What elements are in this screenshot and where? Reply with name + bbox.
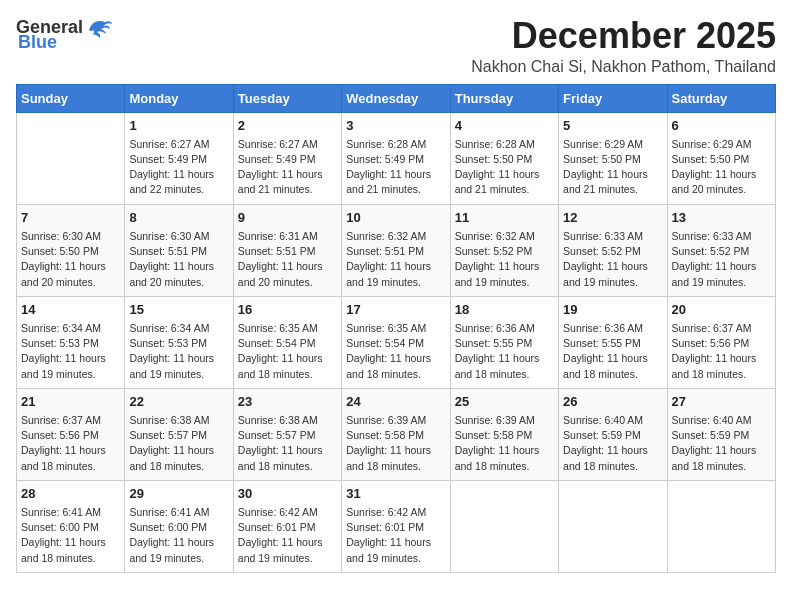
day-number: 20 bbox=[672, 301, 771, 319]
day-number: 21 bbox=[21, 393, 120, 411]
day-info: Sunrise: 6:40 AM Sunset: 5:59 PM Dayligh… bbox=[563, 413, 662, 474]
day-info: Sunrise: 6:30 AM Sunset: 5:51 PM Dayligh… bbox=[129, 229, 228, 290]
calendar-day-cell: 24Sunrise: 6:39 AM Sunset: 5:58 PM Dayli… bbox=[342, 388, 450, 480]
day-info: Sunrise: 6:28 AM Sunset: 5:50 PM Dayligh… bbox=[455, 137, 554, 198]
calendar-week-row: 28Sunrise: 6:41 AM Sunset: 6:00 PM Dayli… bbox=[17, 480, 776, 572]
day-info: Sunrise: 6:33 AM Sunset: 5:52 PM Dayligh… bbox=[563, 229, 662, 290]
day-number: 31 bbox=[346, 485, 445, 503]
calendar-header-row: SundayMondayTuesdayWednesdayThursdayFrid… bbox=[17, 84, 776, 112]
day-number: 12 bbox=[563, 209, 662, 227]
day-info: Sunrise: 6:38 AM Sunset: 5:57 PM Dayligh… bbox=[238, 413, 337, 474]
day-info: Sunrise: 6:36 AM Sunset: 5:55 PM Dayligh… bbox=[563, 321, 662, 382]
day-number: 23 bbox=[238, 393, 337, 411]
calendar-day-cell bbox=[667, 480, 775, 572]
day-info: Sunrise: 6:27 AM Sunset: 5:49 PM Dayligh… bbox=[129, 137, 228, 198]
logo: General Blue bbox=[16, 16, 113, 53]
weekday-header: Tuesday bbox=[233, 84, 341, 112]
day-number: 3 bbox=[346, 117, 445, 135]
calendar-day-cell: 7Sunrise: 6:30 AM Sunset: 5:50 PM Daylig… bbox=[17, 204, 125, 296]
day-info: Sunrise: 6:29 AM Sunset: 5:50 PM Dayligh… bbox=[672, 137, 771, 198]
day-number: 1 bbox=[129, 117, 228, 135]
calendar-day-cell: 23Sunrise: 6:38 AM Sunset: 5:57 PM Dayli… bbox=[233, 388, 341, 480]
day-number: 8 bbox=[129, 209, 228, 227]
day-info: Sunrise: 6:42 AM Sunset: 6:01 PM Dayligh… bbox=[238, 505, 337, 566]
main-title: December 2025 bbox=[471, 16, 776, 56]
day-number: 9 bbox=[238, 209, 337, 227]
day-info: Sunrise: 6:32 AM Sunset: 5:51 PM Dayligh… bbox=[346, 229, 445, 290]
day-number: 25 bbox=[455, 393, 554, 411]
day-number: 30 bbox=[238, 485, 337, 503]
calendar-day-cell: 31Sunrise: 6:42 AM Sunset: 6:01 PM Dayli… bbox=[342, 480, 450, 572]
day-number: 7 bbox=[21, 209, 120, 227]
calendar-day-cell: 4Sunrise: 6:28 AM Sunset: 5:50 PM Daylig… bbox=[450, 112, 558, 204]
day-number: 2 bbox=[238, 117, 337, 135]
calendar-week-row: 21Sunrise: 6:37 AM Sunset: 5:56 PM Dayli… bbox=[17, 388, 776, 480]
calendar-day-cell: 11Sunrise: 6:32 AM Sunset: 5:52 PM Dayli… bbox=[450, 204, 558, 296]
day-info: Sunrise: 6:29 AM Sunset: 5:50 PM Dayligh… bbox=[563, 137, 662, 198]
calendar-day-cell: 20Sunrise: 6:37 AM Sunset: 5:56 PM Dayli… bbox=[667, 296, 775, 388]
calendar-week-row: 1Sunrise: 6:27 AM Sunset: 5:49 PM Daylig… bbox=[17, 112, 776, 204]
calendar-day-cell: 14Sunrise: 6:34 AM Sunset: 5:53 PM Dayli… bbox=[17, 296, 125, 388]
weekday-header: Friday bbox=[559, 84, 667, 112]
page-header: General Blue December 2025 Nakhon Chai S… bbox=[16, 16, 776, 76]
calendar-day-cell: 13Sunrise: 6:33 AM Sunset: 5:52 PM Dayli… bbox=[667, 204, 775, 296]
day-number: 16 bbox=[238, 301, 337, 319]
day-info: Sunrise: 6:39 AM Sunset: 5:58 PM Dayligh… bbox=[455, 413, 554, 474]
calendar-day-cell: 18Sunrise: 6:36 AM Sunset: 5:55 PM Dayli… bbox=[450, 296, 558, 388]
calendar-week-row: 7Sunrise: 6:30 AM Sunset: 5:50 PM Daylig… bbox=[17, 204, 776, 296]
weekday-header: Saturday bbox=[667, 84, 775, 112]
day-info: Sunrise: 6:32 AM Sunset: 5:52 PM Dayligh… bbox=[455, 229, 554, 290]
day-info: Sunrise: 6:31 AM Sunset: 5:51 PM Dayligh… bbox=[238, 229, 337, 290]
weekday-header: Sunday bbox=[17, 84, 125, 112]
day-number: 5 bbox=[563, 117, 662, 135]
day-info: Sunrise: 6:41 AM Sunset: 6:00 PM Dayligh… bbox=[21, 505, 120, 566]
calendar-day-cell bbox=[17, 112, 125, 204]
day-info: Sunrise: 6:35 AM Sunset: 5:54 PM Dayligh… bbox=[238, 321, 337, 382]
day-info: Sunrise: 6:28 AM Sunset: 5:49 PM Dayligh… bbox=[346, 137, 445, 198]
calendar-day-cell: 2Sunrise: 6:27 AM Sunset: 5:49 PM Daylig… bbox=[233, 112, 341, 204]
day-info: Sunrise: 6:41 AM Sunset: 6:00 PM Dayligh… bbox=[129, 505, 228, 566]
day-number: 14 bbox=[21, 301, 120, 319]
day-info: Sunrise: 6:37 AM Sunset: 5:56 PM Dayligh… bbox=[672, 321, 771, 382]
day-number: 19 bbox=[563, 301, 662, 319]
calendar-day-cell: 26Sunrise: 6:40 AM Sunset: 5:59 PM Dayli… bbox=[559, 388, 667, 480]
day-number: 6 bbox=[672, 117, 771, 135]
calendar-day-cell: 6Sunrise: 6:29 AM Sunset: 5:50 PM Daylig… bbox=[667, 112, 775, 204]
calendar-day-cell: 25Sunrise: 6:39 AM Sunset: 5:58 PM Dayli… bbox=[450, 388, 558, 480]
day-number: 24 bbox=[346, 393, 445, 411]
day-number: 10 bbox=[346, 209, 445, 227]
day-number: 22 bbox=[129, 393, 228, 411]
day-info: Sunrise: 6:40 AM Sunset: 5:59 PM Dayligh… bbox=[672, 413, 771, 474]
calendar-day-cell: 12Sunrise: 6:33 AM Sunset: 5:52 PM Dayli… bbox=[559, 204, 667, 296]
calendar-day-cell: 8Sunrise: 6:30 AM Sunset: 5:51 PM Daylig… bbox=[125, 204, 233, 296]
calendar-day-cell: 5Sunrise: 6:29 AM Sunset: 5:50 PM Daylig… bbox=[559, 112, 667, 204]
subtitle: Nakhon Chai Si, Nakhon Pathom, Thailand bbox=[471, 58, 776, 76]
day-info: Sunrise: 6:38 AM Sunset: 5:57 PM Dayligh… bbox=[129, 413, 228, 474]
logo-bird-icon bbox=[85, 16, 113, 38]
day-info: Sunrise: 6:37 AM Sunset: 5:56 PM Dayligh… bbox=[21, 413, 120, 474]
day-number: 13 bbox=[672, 209, 771, 227]
calendar-day-cell bbox=[450, 480, 558, 572]
day-number: 27 bbox=[672, 393, 771, 411]
day-info: Sunrise: 6:42 AM Sunset: 6:01 PM Dayligh… bbox=[346, 505, 445, 566]
day-number: 29 bbox=[129, 485, 228, 503]
weekday-header: Thursday bbox=[450, 84, 558, 112]
calendar-table: SundayMondayTuesdayWednesdayThursdayFrid… bbox=[16, 84, 776, 573]
calendar-day-cell: 19Sunrise: 6:36 AM Sunset: 5:55 PM Dayli… bbox=[559, 296, 667, 388]
day-info: Sunrise: 6:33 AM Sunset: 5:52 PM Dayligh… bbox=[672, 229, 771, 290]
day-info: Sunrise: 6:36 AM Sunset: 5:55 PM Dayligh… bbox=[455, 321, 554, 382]
calendar-week-row: 14Sunrise: 6:34 AM Sunset: 5:53 PM Dayli… bbox=[17, 296, 776, 388]
calendar-day-cell bbox=[559, 480, 667, 572]
logo-blue: Blue bbox=[18, 32, 57, 53]
day-number: 4 bbox=[455, 117, 554, 135]
calendar-day-cell: 27Sunrise: 6:40 AM Sunset: 5:59 PM Dayli… bbox=[667, 388, 775, 480]
calendar-day-cell: 10Sunrise: 6:32 AM Sunset: 5:51 PM Dayli… bbox=[342, 204, 450, 296]
calendar-day-cell: 1Sunrise: 6:27 AM Sunset: 5:49 PM Daylig… bbox=[125, 112, 233, 204]
calendar-day-cell: 28Sunrise: 6:41 AM Sunset: 6:00 PM Dayli… bbox=[17, 480, 125, 572]
day-number: 17 bbox=[346, 301, 445, 319]
weekday-header: Monday bbox=[125, 84, 233, 112]
calendar-day-cell: 9Sunrise: 6:31 AM Sunset: 5:51 PM Daylig… bbox=[233, 204, 341, 296]
day-number: 18 bbox=[455, 301, 554, 319]
calendar-day-cell: 17Sunrise: 6:35 AM Sunset: 5:54 PM Dayli… bbox=[342, 296, 450, 388]
calendar-day-cell: 3Sunrise: 6:28 AM Sunset: 5:49 PM Daylig… bbox=[342, 112, 450, 204]
